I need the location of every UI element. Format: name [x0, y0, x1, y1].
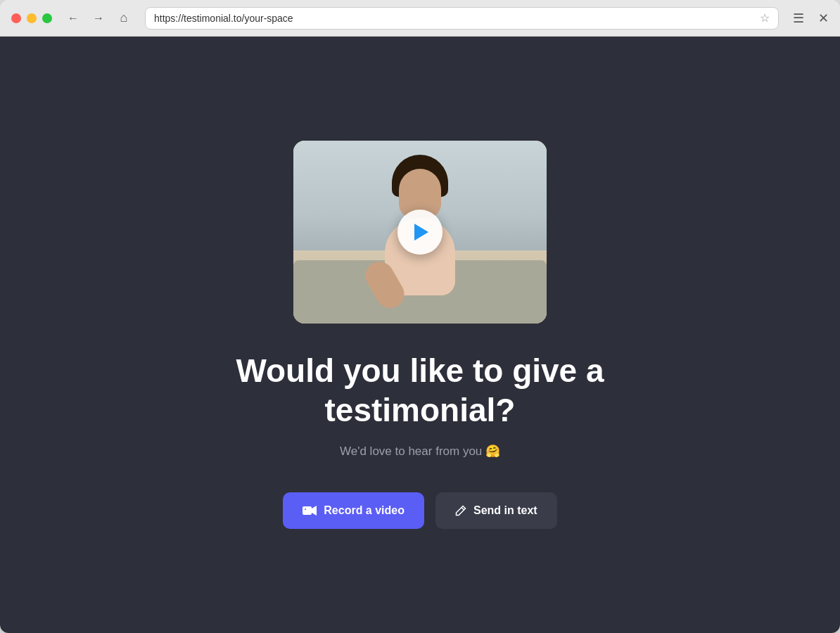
- traffic-lights: [11, 13, 52, 23]
- window-close-button[interactable]: ✕: [818, 11, 829, 26]
- sub-heading: We'd love to hear from you 🤗: [340, 444, 500, 459]
- pencil-icon: [455, 505, 466, 516]
- record-video-button[interactable]: Record a video: [283, 492, 424, 529]
- bookmark-icon[interactable]: ☆: [760, 11, 770, 25]
- play-button[interactable]: [397, 210, 443, 255]
- video-background: [293, 141, 547, 324]
- title-bar: ← → ⌂ https://testimonial.to/your-space …: [0, 0, 840, 37]
- back-button[interactable]: ←: [63, 8, 83, 28]
- url-bar[interactable]: https://testimonial.to/your-space ☆: [145, 7, 779, 30]
- menu-icon[interactable]: ☰: [793, 12, 804, 25]
- video-player[interactable]: [293, 141, 547, 324]
- send-text-button[interactable]: Send in text: [435, 492, 557, 529]
- record-video-label: Record a video: [324, 504, 405, 517]
- home-button[interactable]: ⌂: [114, 8, 134, 28]
- svg-rect-0: [303, 506, 312, 515]
- url-text: https://testimonial.to/your-space: [154, 13, 754, 24]
- svg-marker-1: [312, 506, 317, 516]
- action-buttons: Record a video Send in text: [283, 492, 556, 529]
- maximize-traffic-light[interactable]: [42, 13, 52, 23]
- nav-controls: ← → ⌂: [63, 8, 134, 28]
- browser-window: ← → ⌂ https://testimonial.to/your-space …: [0, 0, 840, 633]
- send-text-label: Send in text: [473, 504, 537, 517]
- main-heading: Would you like to give a testimonial?: [209, 352, 631, 429]
- minimize-traffic-light[interactable]: [27, 13, 37, 23]
- page-content: Would you like to give a testimonial? We…: [0, 37, 840, 633]
- camera-icon: [303, 505, 317, 516]
- close-traffic-light[interactable]: [11, 13, 21, 23]
- svg-rect-2: [305, 509, 306, 510]
- forward-button[interactable]: →: [89, 8, 108, 28]
- play-icon: [414, 224, 428, 241]
